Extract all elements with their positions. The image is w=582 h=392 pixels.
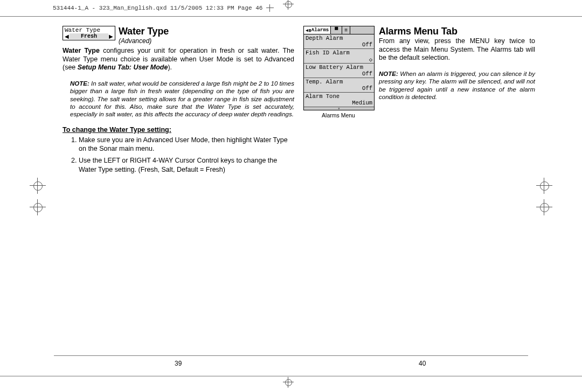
water-type-note-body: In salt water, what would be considered … bbox=[70, 80, 294, 118]
reg-mark-left-top bbox=[30, 178, 46, 194]
water-type-step-2: Use the LEFT or RIGHT 4-WAY Cursor Contr… bbox=[79, 156, 294, 174]
page-40-column: ◀▮ Alarms ▝▘ ≡ Depth Alarm Off Fish ID A… bbox=[303, 26, 535, 118]
depth-alarm-value: Off bbox=[362, 41, 372, 48]
reg-mark-left-bot bbox=[30, 199, 46, 215]
speaker-icon: ◀▮ bbox=[306, 27, 311, 33]
alarms-note-body: When an alarm is triggered, you can sile… bbox=[379, 71, 535, 100]
water-type-subheading: (Advanced) bbox=[119, 37, 169, 45]
water-type-term: Water Type bbox=[63, 47, 100, 54]
alarms-tab-row: ◀▮ Alarms ▝▘ ≡ bbox=[304, 26, 374, 34]
right-arrow-icon: ▶ bbox=[108, 34, 114, 39]
alarms-tab-label: Alarms bbox=[311, 27, 329, 33]
water-type-note: NOTE: In salt water, what would be consi… bbox=[70, 80, 294, 118]
depth-alarm-row: Depth Alarm Off bbox=[304, 34, 374, 49]
left-arrow-icon: ◀ bbox=[64, 34, 70, 39]
water-type-desc-2: ). bbox=[168, 64, 172, 71]
page-39-column: Water Type ◀ Fresh ▶ Water Type (Advance… bbox=[63, 26, 294, 177]
water-type-ref: Setup Menu Tab: User Mode bbox=[78, 64, 168, 71]
water-type-graphic: Water Type ◀ Fresh ▶ bbox=[63, 26, 115, 40]
reg-mark-right-bot bbox=[536, 199, 552, 215]
alarms-menu-caption: Alarms Menu bbox=[303, 112, 373, 118]
reg-mark-top bbox=[283, 0, 299, 15]
reg-mark-bottom bbox=[283, 377, 299, 392]
alarms-section-head: ◀▮ Alarms ▝▘ ≡ Depth Alarm Off Fish ID A… bbox=[303, 26, 535, 118]
temp-alarm-label: Temp. Alarm bbox=[306, 79, 372, 85]
alarms-note: NOTE: When an alarm is triggered, you ca… bbox=[379, 70, 535, 101]
alarm-tone-label: Alarm Tone bbox=[306, 93, 372, 100]
water-type-heading: Water Type bbox=[119, 26, 169, 37]
alarms-paragraph: From any view, press the MENU key twice … bbox=[379, 37, 535, 62]
fish-id-alarm-label: Fish ID Alarm bbox=[306, 50, 372, 56]
temp-alarm-row: Temp. Alarm Off bbox=[304, 78, 374, 93]
quark-file-header: 531444-1_A - 323_Man_English.qxd 11/5/20… bbox=[53, 4, 274, 12]
alarm-tone-value: Medium bbox=[352, 100, 372, 106]
crop-line-footer bbox=[54, 355, 528, 356]
alarms-menu-graphic: ◀▮ Alarms ▝▘ ≡ Depth Alarm Off Fish ID A… bbox=[303, 26, 375, 110]
low-battery-alarm-value: Off bbox=[362, 71, 372, 77]
page-number-left: 39 bbox=[175, 360, 182, 367]
page-number-right: 40 bbox=[419, 360, 426, 367]
alarm-tone-row: Alarm Tone Medium bbox=[304, 93, 374, 107]
low-battery-alarm-row: Low Battery Alarm Off bbox=[304, 64, 374, 78]
water-type-steps: Make sure you are in Advanced User Mode,… bbox=[63, 136, 294, 174]
low-battery-alarm-label: Low Battery Alarm bbox=[306, 64, 372, 71]
temp-alarm-value: Off bbox=[362, 85, 372, 92]
crop-line-top bbox=[0, 16, 582, 17]
water-type-step-1: Make sure you are in Advanced User Mode,… bbox=[79, 136, 294, 153]
sonar-tab-icon: ▝▘ bbox=[331, 26, 342, 34]
alarms-tab-selected: ◀▮ Alarms bbox=[304, 26, 331, 34]
alarms-heading: Alarms Menu Tab bbox=[379, 26, 535, 37]
fish-id-alarm-value: ◇ bbox=[369, 56, 372, 63]
file-header-text: 531444-1_A - 323_Man_English.qxd 11/5/20… bbox=[53, 5, 262, 11]
setup-tab-icon: ≡ bbox=[342, 26, 350, 34]
depth-alarm-label: Depth Alarm bbox=[306, 35, 372, 41]
crop-line-bottom bbox=[0, 376, 582, 376]
note-label: NOTE: bbox=[379, 71, 398, 77]
note-label: NOTE: bbox=[70, 80, 89, 87]
change-water-type-subhead: To change the Water Type setting: bbox=[63, 126, 294, 134]
fish-id-alarm-row: Fish ID Alarm ◇ bbox=[304, 49, 374, 64]
page-cross-icon bbox=[266, 4, 274, 12]
reg-mark-right-top bbox=[536, 178, 552, 194]
water-type-section-head: Water Type ◀ Fresh ▶ Water Type (Advance… bbox=[63, 26, 294, 45]
alarms-scroll-indicator: ▾ bbox=[304, 107, 374, 110]
water-type-paragraph: Water Type configures your unit for oper… bbox=[63, 47, 294, 72]
water-type-graphic-title: Water Type bbox=[63, 26, 115, 33]
water-type-graphic-value: Fresh bbox=[70, 33, 108, 39]
